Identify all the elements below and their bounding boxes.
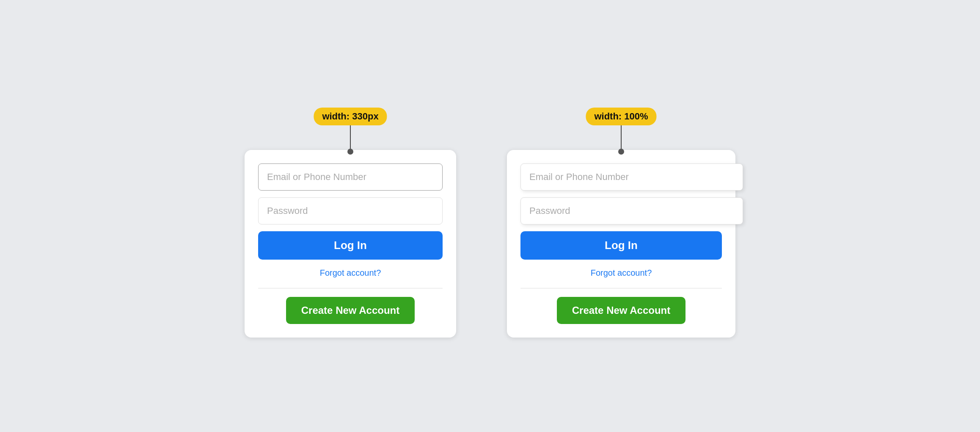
forgot-link-right[interactable]: Forgot account? [520, 266, 722, 280]
email-input-left[interactable] [258, 163, 443, 191]
create-account-button-left[interactable]: Create New Account [286, 297, 415, 324]
forgot-link-left[interactable]: Forgot account? [258, 266, 443, 280]
width-badge-left: width: 330px [314, 108, 387, 125]
login-button-right[interactable]: Log In [520, 231, 722, 260]
width-badge-right: width: 100% [586, 108, 656, 125]
email-input-right[interactable] [520, 163, 743, 191]
create-account-button-right[interactable]: Create New Account [557, 297, 686, 324]
divider-left [258, 288, 443, 288]
right-demo: width: 100% Log In Forgot account? Creat… [507, 95, 735, 338]
password-input-right[interactable] [520, 197, 743, 224]
right-card: Log In Forgot account? Create New Accoun… [507, 150, 735, 338]
divider-right [520, 288, 722, 288]
password-input-left[interactable] [258, 197, 443, 224]
login-button-left[interactable]: Log In [258, 231, 443, 260]
left-demo: width: 330px Log In Forgot account? Crea… [245, 95, 456, 338]
left-card: Log In Forgot account? Create New Accoun… [245, 150, 456, 338]
